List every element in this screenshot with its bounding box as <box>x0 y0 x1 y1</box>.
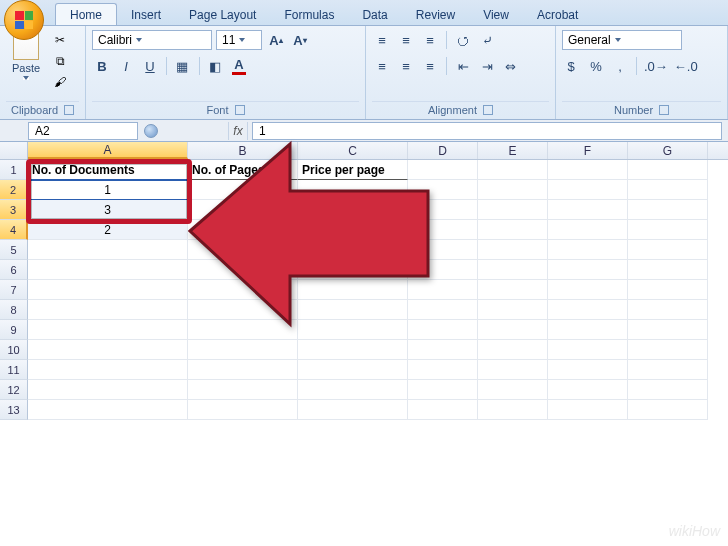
fx-button[interactable]: fx <box>228 122 248 140</box>
cell[interactable] <box>28 360 188 380</box>
cell[interactable] <box>548 180 628 200</box>
grow-font-button[interactable]: A▴ <box>266 30 286 50</box>
formula-bar[interactable]: 1 <box>252 122 722 140</box>
decrease-indent-button[interactable]: ⇤ <box>453 56 473 76</box>
bold-button[interactable]: B <box>92 56 112 76</box>
cell[interactable] <box>548 280 628 300</box>
cell[interactable] <box>188 240 298 260</box>
cell[interactable] <box>28 380 188 400</box>
cell[interactable] <box>408 240 478 260</box>
tab-acrobat[interactable]: Acrobat <box>523 4 592 25</box>
dialog-launcher-icon[interactable] <box>659 105 669 115</box>
row-header[interactable]: 5 <box>0 240 28 260</box>
cell[interactable] <box>478 380 548 400</box>
cell[interactable] <box>628 180 708 200</box>
cell[interactable] <box>408 380 478 400</box>
increase-indent-button[interactable]: ⇥ <box>477 56 497 76</box>
percent-button[interactable]: % <box>586 56 606 76</box>
cell[interactable]: No. of Pages <box>188 160 298 180</box>
font-color-button[interactable]: A <box>230 56 250 76</box>
tab-page-layout[interactable]: Page Layout <box>175 4 270 25</box>
align-right-button[interactable]: ≡ <box>420 56 440 76</box>
cell[interactable] <box>408 200 478 220</box>
cell[interactable] <box>28 280 188 300</box>
cell[interactable] <box>628 300 708 320</box>
cell[interactable] <box>298 400 408 420</box>
row-header[interactable]: 8 <box>0 300 28 320</box>
cell[interactable] <box>188 380 298 400</box>
merge-center-button[interactable]: ⇔ <box>501 56 521 76</box>
cell[interactable] <box>408 320 478 340</box>
format-painter-button[interactable]: 🖌 <box>52 74 68 90</box>
cut-button[interactable]: ✂ <box>52 32 68 48</box>
cell[interactable] <box>628 160 708 180</box>
font-size-combo[interactable]: 11 <box>216 30 262 50</box>
cell[interactable] <box>478 400 548 420</box>
row-header[interactable]: 7 <box>0 280 28 300</box>
cell[interactable] <box>628 320 708 340</box>
tab-insert[interactable]: Insert <box>117 4 175 25</box>
wrap-text-button[interactable]: ⤶ <box>477 30 497 50</box>
align-middle-button[interactable]: ≡ <box>396 30 416 50</box>
cell[interactable] <box>628 260 708 280</box>
cell[interactable] <box>628 220 708 240</box>
row-header[interactable]: 6 <box>0 260 28 280</box>
font-family-combo[interactable]: Calibri <box>92 30 212 50</box>
cell[interactable] <box>548 340 628 360</box>
cell[interactable] <box>298 300 408 320</box>
cell[interactable] <box>408 340 478 360</box>
cell[interactable] <box>188 320 298 340</box>
cell[interactable] <box>188 180 298 200</box>
cell[interactable] <box>628 360 708 380</box>
cell[interactable]: 7 <box>188 220 298 240</box>
cell[interactable] <box>548 360 628 380</box>
dialog-launcher-icon[interactable] <box>483 105 493 115</box>
col-header-B[interactable]: B <box>188 142 298 159</box>
cell[interactable] <box>628 200 708 220</box>
cell[interactable] <box>548 200 628 220</box>
row-header[interactable]: 13 <box>0 400 28 420</box>
cell[interactable] <box>478 360 548 380</box>
cell[interactable] <box>298 280 408 300</box>
cell[interactable] <box>298 340 408 360</box>
cell[interactable] <box>28 400 188 420</box>
tab-view[interactable]: View <box>469 4 523 25</box>
col-header-F[interactable]: F <box>548 142 628 159</box>
align-top-button[interactable]: ≡ <box>372 30 392 50</box>
cell[interactable] <box>408 360 478 380</box>
cell[interactable] <box>188 280 298 300</box>
cell[interactable] <box>188 400 298 420</box>
cell[interactable] <box>28 300 188 320</box>
cell[interactable] <box>408 300 478 320</box>
underline-button[interactable]: U <box>140 56 160 76</box>
cell[interactable] <box>548 400 628 420</box>
align-center-button[interactable]: ≡ <box>396 56 416 76</box>
cell[interactable] <box>298 360 408 380</box>
cell[interactable] <box>188 360 298 380</box>
comma-button[interactable]: , <box>610 56 630 76</box>
cell[interactable] <box>298 380 408 400</box>
tab-review[interactable]: Review <box>402 4 469 25</box>
cell[interactable] <box>548 300 628 320</box>
cell[interactable] <box>548 260 628 280</box>
cell[interactable] <box>28 240 188 260</box>
cell[interactable]: 1 <box>28 180 188 200</box>
cell[interactable] <box>188 300 298 320</box>
cell[interactable] <box>478 320 548 340</box>
cell[interactable] <box>628 380 708 400</box>
cell[interactable] <box>28 320 188 340</box>
shrink-font-button[interactable]: A▾ <box>290 30 310 50</box>
fill-color-button[interactable]: ◧ <box>206 56 226 76</box>
cell[interactable] <box>478 260 548 280</box>
cell[interactable] <box>478 300 548 320</box>
italic-button[interactable]: I <box>116 56 136 76</box>
cell[interactable] <box>548 380 628 400</box>
cell[interactable] <box>548 220 628 240</box>
orientation-button[interactable]: ⭯ <box>453 30 473 50</box>
cell[interactable]: No. of Documents <box>28 160 188 180</box>
cell[interactable] <box>478 160 548 180</box>
cell[interactable] <box>478 180 548 200</box>
name-box[interactable]: A2 <box>28 122 138 140</box>
row-header[interactable]: 1 <box>0 160 28 180</box>
borders-button[interactable]: ▦ <box>173 56 193 76</box>
